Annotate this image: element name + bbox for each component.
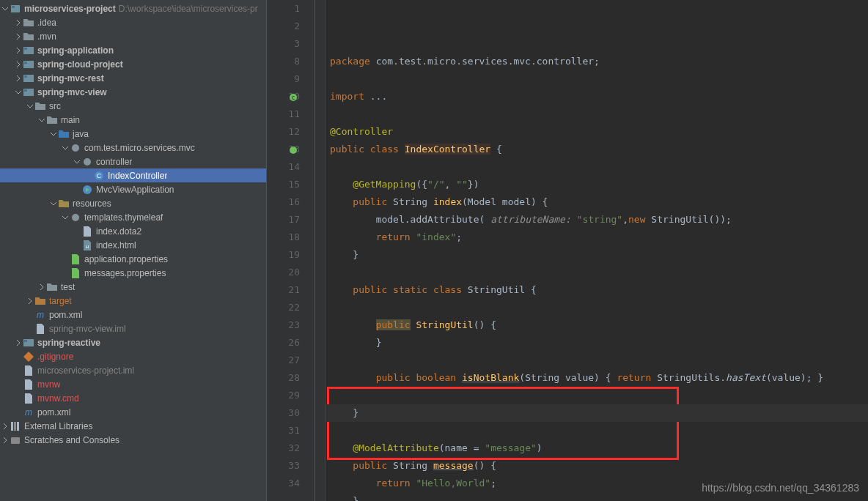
line-number[interactable]: 10c <box>267 88 300 105</box>
tree-item[interactable]: microservices-project.iml <box>0 363 266 377</box>
chevron-down-icon[interactable] <box>26 103 34 110</box>
line-number[interactable]: 2 <box>267 18 300 35</box>
code-line[interactable]: public String message() { <box>330 457 868 475</box>
tree-item[interactable]: src <box>0 99 266 113</box>
code-line[interactable] <box>330 70 868 88</box>
chevron-right-icon[interactable] <box>15 19 22 26</box>
code-line[interactable] <box>330 299 868 316</box>
code-editor[interactable]: 1238910c11121314151617181920212223262728… <box>267 0 868 501</box>
line-number[interactable]: 12 <box>267 123 300 141</box>
line-number[interactable]: 15 <box>267 176 300 193</box>
external-libraries[interactable]: External Libraries <box>0 419 266 433</box>
code-line[interactable] <box>330 422 868 439</box>
tree-item[interactable]: target <box>0 294 266 308</box>
code-line[interactable]: @GetMapping({"/", ""}) <box>330 176 868 193</box>
code-line[interactable]: @Controller <box>330 123 868 141</box>
code-line[interactable]: import ... <box>330 88 868 105</box>
code-line[interactable]: return "index"; <box>330 229 868 246</box>
chevron-down-icon[interactable] <box>38 116 45 124</box>
tree-item[interactable]: spring-mvc-rest <box>0 71 266 85</box>
chevron-right-icon[interactable] <box>15 33 22 40</box>
scratches[interactable]: Scratches and Consoles <box>0 433 266 447</box>
code-line[interactable]: return "Hello,World"; <box>330 475 868 492</box>
tree-item[interactable]: .gitignore <box>0 349 266 363</box>
tree-item[interactable]: resources <box>0 196 266 210</box>
line-number[interactable]: 28 <box>267 369 300 387</box>
line-number[interactable]: 17 <box>267 211 300 229</box>
chevron-right-icon[interactable] <box>15 339 22 346</box>
chevron-down-icon[interactable] <box>50 200 57 207</box>
chevron-right-icon[interactable] <box>15 47 22 54</box>
line-number[interactable]: 13 <box>267 141 300 158</box>
chevron-right-icon[interactable] <box>1 437 9 444</box>
fold-column[interactable] <box>315 0 326 501</box>
tree-item[interactable]: .idea <box>0 15 266 29</box>
code-line[interactable]: package com.test.micro.services.mvc.cont… <box>330 53 868 70</box>
tree-item[interactable]: .mvn <box>0 29 266 43</box>
code-line[interactable]: public boolean isNotBlank(String value) … <box>330 369 868 387</box>
tree-item[interactable]: mpom.xml <box>0 308 266 322</box>
line-number[interactable]: 16 <box>267 193 300 211</box>
line-number[interactable]: 34 <box>267 475 300 492</box>
tree-item[interactable]: java <box>0 127 266 141</box>
line-number[interactable]: 30 <box>267 404 300 422</box>
line-number[interactable]: 23 <box>267 316 300 334</box>
tree-item[interactable]: index.dota2 <box>0 224 266 238</box>
line-number[interactable]: 3 <box>267 35 300 53</box>
tree-item[interactable]: Hindex.html <box>0 238 266 252</box>
tree-item[interactable]: mvnw.cmd <box>0 391 266 405</box>
tree-item[interactable]: spring-application <box>0 43 266 57</box>
code-line[interactable]: } <box>330 404 868 422</box>
line-number[interactable]: 31 <box>267 422 300 439</box>
tree-item[interactable]: test <box>0 280 266 294</box>
tree-item[interactable]: controller <box>0 155 266 168</box>
line-number[interactable]: 18 <box>267 229 300 246</box>
code-line[interactable]: public static class StringUtil { <box>330 281 868 299</box>
code-line[interactable] <box>330 105 868 123</box>
code-line[interactable]: public StringUtil() { <box>330 316 868 334</box>
code-line[interactable] <box>330 264 868 281</box>
tree-item[interactable]: spring-cloud-project <box>0 57 266 71</box>
tree-item[interactable]: main <box>0 113 266 127</box>
code-line[interactable]: } <box>330 334 868 352</box>
tree-item[interactable]: CIndexController <box>0 168 266 182</box>
chevron-down-icon[interactable] <box>50 130 57 138</box>
chevron-down-icon[interactable] <box>1 5 9 12</box>
line-number[interactable]: 1 <box>267 0 300 18</box>
chevron-right-icon[interactable] <box>1 423 9 430</box>
code-line[interactable]: public class IndexController { <box>330 141 868 158</box>
line-number[interactable]: 8 <box>267 53 300 70</box>
code-line[interactable] <box>330 352 868 369</box>
line-number[interactable]: 21 <box>267 281 300 299</box>
line-number[interactable]: 26 <box>267 334 300 352</box>
chevron-right-icon[interactable] <box>38 283 45 291</box>
code-line[interactable]: } <box>330 492 868 501</box>
code-line[interactable] <box>330 387 868 404</box>
tree-item[interactable]: spring-reactive <box>0 335 266 349</box>
line-number[interactable]: 9 <box>267 70 300 88</box>
tree-item[interactable]: application.properties <box>0 252 266 266</box>
line-number[interactable]: 19 <box>267 246 300 264</box>
line-number[interactable]: 20 <box>267 264 300 281</box>
line-number[interactable]: 32 <box>267 439 300 457</box>
chevron-right-icon[interactable] <box>26 297 34 305</box>
tree-item[interactable]: messages.properties <box>0 266 266 280</box>
code-line[interactable]: model.addAttribute( attributeName: "stri… <box>330 211 868 229</box>
chevron-down-icon[interactable] <box>62 214 69 221</box>
tree-item[interactable]: mpom.xml <box>0 405 266 419</box>
chevron-down-icon[interactable] <box>62 144 69 152</box>
chevron-right-icon[interactable] <box>15 61 22 68</box>
tree-item[interactable]: templates.thymeleaf <box>0 210 266 224</box>
code-line[interactable]: @ModelAttribute(name = "message") <box>330 439 868 457</box>
line-number[interactable]: 27 <box>267 352 300 369</box>
tree-root[interactable]: microservices-project D:\workspace\idea\… <box>0 1 266 15</box>
line-number[interactable]: 11 <box>267 105 300 123</box>
code-line[interactable] <box>330 158 868 176</box>
tree-item[interactable]: MvcViewApplication <box>0 182 266 196</box>
chevron-down-icon[interactable] <box>73 158 81 166</box>
code-line[interactable]: } <box>330 246 868 264</box>
line-gutter[interactable]: 1238910c11121314151617181920212223262728… <box>267 0 315 501</box>
code-area[interactable]: package com.test.micro.services.mvc.cont… <box>326 0 868 501</box>
tree-item[interactable]: com.test.micro.services.mvc <box>0 141 266 155</box>
tree-item[interactable]: spring-mvc-view <box>0 85 266 99</box>
